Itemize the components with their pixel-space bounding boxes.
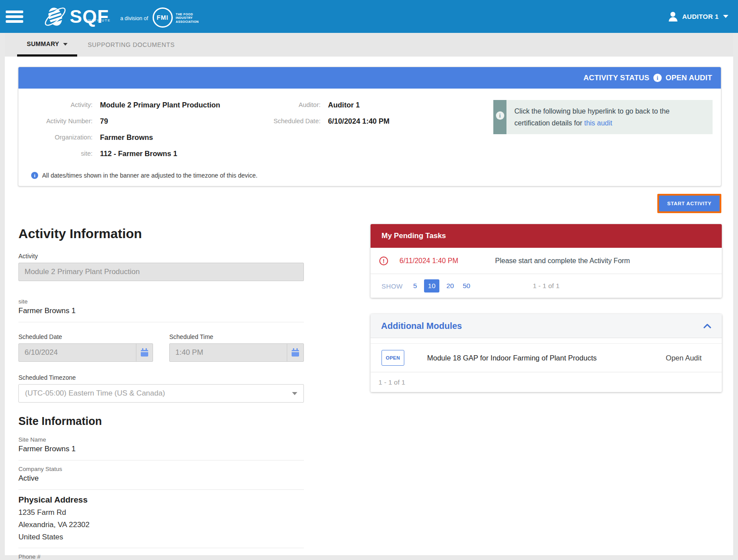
scheduled-time-input: 1:40 PM <box>169 343 304 362</box>
modules-table-head <box>371 338 722 344</box>
user-avatar-icon <box>668 11 678 22</box>
activity-banner: ACTIVITY STATUS i OPEN AUDIT Activity: M… <box>18 67 721 186</box>
start-activity-button[interactable]: START ACTIVITY <box>659 196 720 211</box>
sqf-wordmark: SQF INSTITUTE <box>70 8 109 25</box>
alert-icon: ! <box>379 257 388 265</box>
physical-address-block: Physical Address 1235 Farm Rd Alexandria… <box>18 490 304 548</box>
site-field: site Farmer Browns 1 <box>18 293 304 322</box>
task-due-date: 6/11/2024 1:40 PM <box>399 257 485 265</box>
phone-field: Phone # +1 8868654382 <box>18 548 304 560</box>
activity-status-bar: ACTIVITY STATUS i OPEN AUDIT <box>18 67 721 89</box>
sqf-swirl-icon <box>42 5 69 29</box>
tab-supporting-documents[interactable]: SUPPORTING DOCUMENTS <box>81 33 182 57</box>
module-name: Module 18 GAP for Indoor Farming of Plan… <box>427 354 597 362</box>
scheduled-date-field: Scheduled Date 6/10/2024 <box>18 333 153 362</box>
info-icon: i <box>496 111 504 120</box>
fmi-logo: FMI <box>153 7 173 28</box>
activity-status-label: ACTIVITY STATUS <box>583 74 649 82</box>
address-line: Alexandria, VA 22302 <box>18 521 304 529</box>
modules-pagination: 1 - 1 of 1 <box>371 372 722 392</box>
activity-input: Module 2 Primary Plant Production <box>18 263 304 281</box>
callout-stripe: i <box>493 100 506 134</box>
clock-button[interactable] <box>287 344 303 361</box>
calendar-icon <box>292 350 299 357</box>
banner-field-auditor: Auditor: Auditor 1 <box>263 100 411 110</box>
my-pending-tasks-panel: My Pending Tasks ! 6/11/2024 1:40 PM Ple… <box>371 224 722 298</box>
chevron-down-icon <box>723 15 728 18</box>
address-line: United States <box>18 533 304 542</box>
module-status: Open Audit <box>666 354 702 362</box>
banner-field-activity-number: Activity Number: 79 <box>18 116 263 126</box>
this-audit-link[interactable]: this audit <box>584 119 612 127</box>
pending-tasks-pagination: 1 - 1 of 1 SHOW 5 10 20 50 <box>371 274 722 298</box>
info-icon[interactable]: i <box>653 74 662 82</box>
timezone-note: i All dates/times shown in the banner ar… <box>18 171 721 186</box>
additional-modules-title: Additional Modules <box>381 321 462 331</box>
scheduled-timezone-field: Scheduled Timezone (UTC-05:00) Eastern T… <box>18 374 304 403</box>
annotation-highlight: START ACTIVITY <box>657 194 721 213</box>
calendar-button[interactable] <box>136 344 153 361</box>
address-line: 1235 Farm Rd <box>18 508 304 517</box>
banner-field-scheduled-date: Scheduled Date: 6/10/2024 1:40 PM <box>263 116 411 126</box>
activity-field-label: Activity <box>18 253 304 260</box>
user-name: AUDITOR 1 <box>682 13 719 20</box>
scheduled-date-input: 6/10/2024 <box>18 343 153 362</box>
hamburger-menu-icon[interactable] <box>6 11 23 23</box>
chevron-up-icon[interactable] <box>703 323 711 328</box>
activity-information-section: Activity Information Activity Module 2 P… <box>18 226 304 560</box>
user-menu[interactable]: AUDITOR 1 <box>668 0 728 33</box>
tab-summary[interactable]: SUMMARY <box>17 33 77 57</box>
division-text: a division of <box>120 15 148 21</box>
chevron-down-icon <box>63 43 68 46</box>
pending-tasks-header: My Pending Tasks <box>371 224 722 248</box>
activity-information-title: Activity Information <box>18 226 304 241</box>
additional-modules-panel: Additional Modules OPEN Module 18 GAP fo… <box>371 314 722 392</box>
calendar-icon <box>141 350 148 357</box>
banner-field-site: site: 112 - Farmer Browns 1 <box>18 149 263 158</box>
certification-callout: i Click the following blue hyperlink to … <box>493 100 713 134</box>
activity-status-value: OPEN AUDIT <box>666 74 712 82</box>
scheduled-time-field: Scheduled Time 1:40 PM <box>169 333 304 362</box>
module-row: OPEN Module 18 GAP for Indoor Farming of… <box>371 344 722 372</box>
timezone-select[interactable]: (UTC-05:00) Eastern Time (US & Canada) <box>18 384 304 403</box>
page-sheet: SUMMARY SUPPORTING DOCUMENTS ACTIVITY ST… <box>5 33 733 555</box>
site-name-field: Site Name Farmer Browns 1 <box>18 431 304 460</box>
company-status-field: Company Status Active <box>18 460 304 490</box>
open-module-button[interactable]: OPEN <box>381 350 404 366</box>
tab-bar: SUMMARY SUPPORTING DOCUMENTS <box>5 33 733 57</box>
banner-field-organization: Organization: Farmer Browns <box>18 132 263 142</box>
site-information-title: Site Information <box>18 415 304 428</box>
banner-fields-schedule: Auditor: Auditor 1 Scheduled Date: 6/10/… <box>263 100 411 165</box>
sqf-institute-label: INSTITUTE <box>87 12 111 29</box>
app-header: SQF INSTITUTE a division of FMI THE FOOD… <box>0 0 738 33</box>
pending-task-row[interactable]: ! 6/11/2024 1:40 PM Please start and com… <box>371 248 722 274</box>
info-icon: i <box>31 172 38 179</box>
sqf-logo: SQF INSTITUTE a division of FMI THE FOOD… <box>42 5 199 29</box>
banner-fields-left: Activity: Module 2 Primary Plant Product… <box>18 100 263 165</box>
task-message: Please start and complete the Activity F… <box>495 257 630 265</box>
fmi-tagline: THE FOOD INDUSTRY ASSOCIATION <box>176 13 199 24</box>
pagination-range: 1 - 1 of 1 <box>371 282 722 290</box>
additional-modules-header[interactable]: Additional Modules <box>371 314 722 338</box>
chevron-down-icon <box>292 392 297 395</box>
banner-field-activity: Activity: Module 2 Primary Plant Product… <box>18 100 263 110</box>
